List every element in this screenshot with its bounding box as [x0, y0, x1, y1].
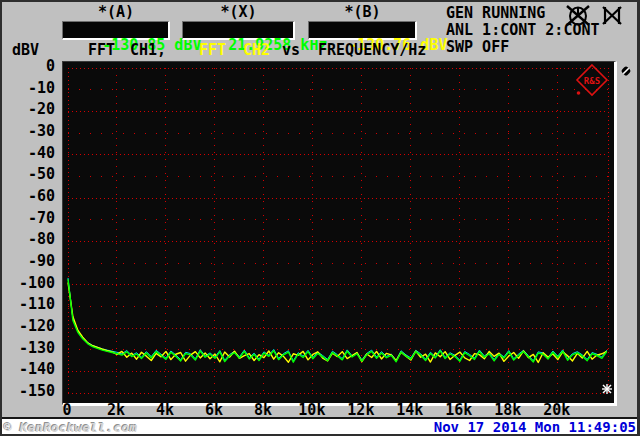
fft-plot: R&S [63, 62, 614, 403]
knob-icon [620, 62, 632, 81]
cursor-marker-icon [602, 384, 612, 394]
x-tick-label: 6k [205, 403, 223, 418]
cursor-x-label: *(X) [182, 3, 295, 21]
rs-logo-dot [577, 91, 581, 95]
x-tick-label: 18k [494, 403, 521, 418]
y-tick-label: -60 [0, 189, 55, 204]
y-tick-label: -30 [0, 124, 55, 139]
cursor-b-label: *(B) [308, 3, 417, 21]
trace1-channel-label: CH1, [130, 43, 166, 58]
x-tick-label: 14k [396, 403, 423, 418]
x-tick-label: 4k [156, 403, 174, 418]
y-tick-label: -10 [0, 81, 55, 96]
y-tick-label: -130 [0, 341, 55, 356]
footer: © KenRockwell.com Nov 17 2014 Mon 11:49:… [0, 419, 640, 436]
x-tick-label: 16k [445, 403, 472, 418]
y-tick-label: -150 [0, 384, 55, 399]
x-axis-labels: 02k4k6k8k10k12k14k16k18k20k [0, 403, 640, 418]
y-tick-label: 0 [0, 59, 55, 74]
vs-label: vs [282, 43, 300, 58]
plot-area: R&S [62, 61, 617, 406]
x-tick-label: 0 [62, 403, 71, 418]
analyzer-screen: *(A) *(X) *(B) -130.85 dBV 21.9258 kHz -… [0, 0, 640, 436]
cursor-a-value-box: -130.85 dBV [62, 21, 170, 40]
x-tick-label: 12k [347, 403, 374, 418]
x-tick-label: 8k [254, 403, 272, 418]
x-tick-label: 20k [543, 403, 570, 418]
rs-logo-text: R&S [584, 76, 600, 86]
y-tick-label: -20 [0, 102, 55, 117]
datetime-label: Nov 17 2014 Mon 11:49:05 [434, 420, 636, 435]
status-generator: GEN RUNNING [446, 6, 545, 21]
y-tick-label: -110 [0, 297, 55, 312]
trace1-fft-label: FFT [88, 43, 115, 58]
y-axis-labels: 0-10-20-30-40-50-60-70-80-90-100-110-120… [0, 0, 56, 417]
y-tick-label: -50 [0, 167, 55, 182]
speaker-muted-icon [599, 4, 625, 31]
x-tick-label: 2k [107, 403, 125, 418]
y-tick-label: -80 [0, 232, 55, 247]
cursor-a-label: *(A) [62, 3, 170, 21]
cursor-x-value-box: 21.9258 kHz [182, 21, 295, 40]
trace2-channel-label: CH2 [243, 43, 270, 58]
y-tick-label: -70 [0, 211, 55, 226]
y-tick-label: -120 [0, 319, 55, 334]
status-sweep: SWP OFF [446, 40, 509, 55]
mouse-crossed-icon [564, 4, 592, 31]
trace2-fft-label: FFT [199, 43, 226, 58]
x-axis-title: FREQUENCY/Hz [318, 43, 426, 58]
y-tick-label: -140 [0, 362, 55, 377]
cursor-b-value-box: -130.76 dBV [308, 21, 417, 40]
watermark: © KenRockwell.com [4, 421, 137, 434]
y-tick-label: -40 [0, 146, 55, 161]
y-tick-label: -90 [0, 254, 55, 269]
y-tick-label: -100 [0, 276, 55, 291]
x-tick-label: 10k [298, 403, 325, 418]
